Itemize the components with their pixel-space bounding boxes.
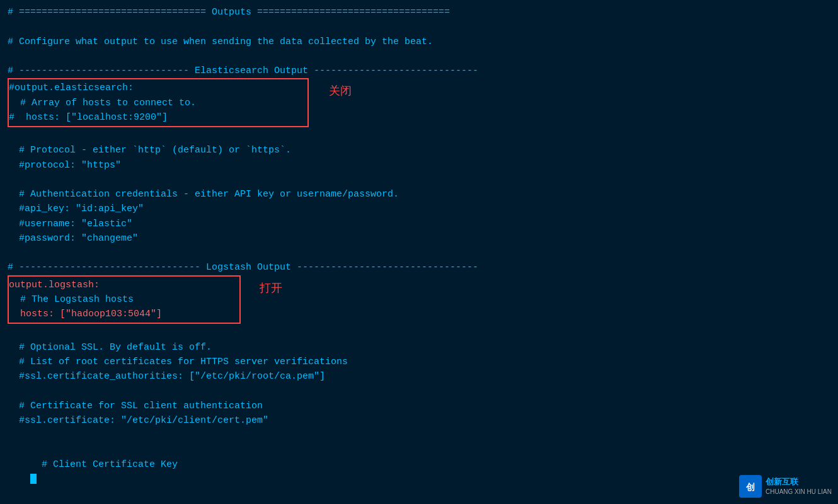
- line-blank-3: [8, 129, 830, 143]
- line-output-es: #output.elasticsearch:: [9, 81, 304, 95]
- line-output-logstash: output.logstash:: [9, 278, 236, 292]
- annotation-close: 关闭: [329, 83, 352, 101]
- cursor-blink: [30, 474, 37, 484]
- watermark: 创 创新互联 CHUANG XIN HU LIAN: [739, 475, 832, 498]
- line-blank-2: [8, 49, 830, 64]
- line-blank-6: [8, 325, 830, 340]
- line-ssl-cert-auth: #ssl.certificate_authorities: ["/etc/pki…: [8, 369, 830, 384]
- line-client-cert-key: # Client Certificate Key: [8, 442, 830, 501]
- line-list-root: # List of root certificates for HTTPS se…: [8, 355, 830, 369]
- line-array-hosts: # Array of hosts to connect to.: [9, 96, 304, 110]
- line-username: #username: "elastic": [8, 217, 830, 231]
- line-blank-1: [8, 20, 830, 34]
- line-password: #password: "changeme": [8, 231, 830, 246]
- line-configure-comment: # Configure what output to use when send…: [8, 35, 830, 49]
- line-protocol-value: #protocol: "https": [8, 158, 830, 173]
- annotation-open: 打开: [260, 280, 282, 298]
- line-blank-8: [8, 428, 830, 442]
- line-ssl-certificate: #ssl.certificate: "/etc/pki/client/cert.…: [8, 413, 830, 428]
- line-cert-ssl: # Certificate for SSL client authenticat…: [8, 399, 830, 413]
- watermark-text: 创新互联 CHUANG XIN HU LIAN: [766, 477, 832, 496]
- line-blank-7: [8, 384, 830, 398]
- watermark-logo: 创: [739, 475, 762, 498]
- line-blank-5: [8, 246, 830, 260]
- line-hosts-hadoop: hosts: ["hadoop103:5044"]: [9, 307, 236, 321]
- line-logstash-hosts-comment: # The Logstash hosts: [9, 292, 236, 307]
- line-elasticsearch-header: # ------------------------------ Elastic…: [8, 64, 830, 78]
- line-logstash-header: # -------------------------------- Logst…: [8, 260, 830, 275]
- line-outputs-header: # ================================= Outp…: [8, 5, 830, 20]
- line-blank-4: [8, 173, 830, 187]
- svg-text:创: 创: [745, 482, 755, 492]
- line-hosts-localhost: # hosts: ["localhost:9200"]: [9, 110, 304, 125]
- line-auth-comment: # Authentication credentials - either AP…: [8, 187, 830, 202]
- line-optional-ssl: # Optional SSL. By default is off.: [8, 340, 830, 355]
- terminal-container: # ================================= Outp…: [0, 0, 838, 504]
- line-protocol-comment: # Protocol - either `http` (default) or …: [8, 143, 830, 158]
- line-api-key: #api_key: "id:api_key": [8, 202, 830, 216]
